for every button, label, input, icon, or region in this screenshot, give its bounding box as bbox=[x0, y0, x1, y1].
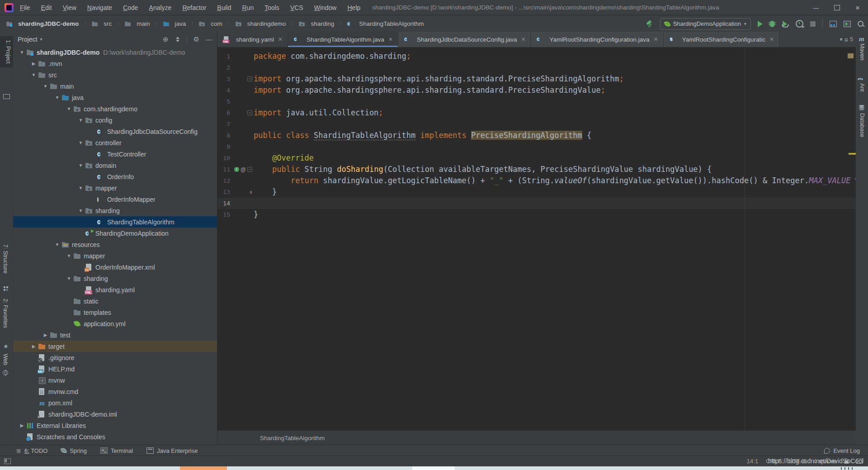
tree-collapse-arrow-icon[interactable]: ▼ bbox=[41, 84, 50, 89]
toolwindow-button-java-enterprise[interactable]: Java Enterprise bbox=[146, 447, 198, 454]
sidebar-item-maven[interactable]: Maven bbox=[859, 43, 865, 61]
sidebar-item-ant[interactable]: Ant bbox=[859, 83, 865, 92]
fold-collapse-icon[interactable]: − bbox=[247, 76, 252, 81]
tree-expand-arrow-icon[interactable]: ▶ bbox=[18, 423, 26, 428]
tree-item-static[interactable]: static bbox=[13, 295, 217, 307]
tree-item-shardingtablealgorithm[interactable]: CShardingTableAlgorithm bbox=[13, 216, 217, 228]
profiler-button[interactable] bbox=[796, 20, 803, 28]
tree-item-resources[interactable]: ▼resources bbox=[13, 239, 217, 250]
tree-item-target[interactable]: ▶target bbox=[13, 341, 217, 352]
tree-collapse-arrow-icon[interactable]: ▼ bbox=[76, 163, 85, 168]
tree-item-help-md[interactable]: MDHELP.md bbox=[13, 363, 217, 375]
tree-collapse-arrow-icon[interactable]: ▼ bbox=[65, 106, 73, 111]
tree-item-test[interactable]: ▶test bbox=[13, 329, 217, 341]
tree-item-orderinfomapper-xml[interactable]: <>OrderInfoMapper.xml bbox=[13, 261, 217, 273]
line-separator[interactable]: CRLF bbox=[766, 458, 781, 465]
tab-close-icon[interactable]: ✕ bbox=[388, 36, 393, 43]
tree-item-orderinfomapper[interactable]: IOrderInfoMapper bbox=[13, 194, 217, 205]
stop-button[interactable] bbox=[810, 21, 816, 27]
code-line-4[interactable]: 4import org.apache.shardingsphere.api.sh… bbox=[217, 85, 856, 96]
tree-item-sharding-yaml[interactable]: YMLsharding.yaml bbox=[13, 284, 217, 295]
locate-file-icon[interactable]: ⊕ bbox=[163, 35, 169, 43]
sidebar-item-database[interactable]: Database bbox=[859, 113, 865, 138]
menu-file[interactable]: File bbox=[20, 4, 30, 11]
tab-yamlrootshardingconfiguration-java[interactable]: CYamlRootShardingConfiguration.java✕ bbox=[531, 32, 663, 47]
tab-close-icon[interactable]: ✕ bbox=[769, 36, 774, 43]
tree-item-mvnw[interactable]: ›mvnw bbox=[13, 375, 217, 386]
event-log-button[interactable]: Event Log bbox=[824, 447, 860, 454]
tree-item-java[interactable]: ▼java bbox=[13, 92, 217, 103]
project-panel-title[interactable]: Project bbox=[18, 36, 38, 43]
code-line-7[interactable]: 7 bbox=[217, 119, 856, 130]
minimize-button[interactable]: — bbox=[806, 0, 826, 15]
tree-item-orderinfo[interactable]: COrderInfo bbox=[13, 171, 217, 182]
tree-expand-arrow-icon[interactable]: ▶ bbox=[29, 344, 38, 349]
run-configuration-select[interactable]: ShardingDemoApplication ▾ bbox=[660, 18, 751, 30]
code-line-13[interactable]: 13∧ } bbox=[217, 186, 856, 198]
readonly-lock-icon[interactable] bbox=[844, 461, 849, 464]
menu-help[interactable]: Help bbox=[347, 4, 360, 11]
tree-item-shardingjdbcdatasourceconfig[interactable]: CShardingJdbcDataSourceConfig bbox=[13, 126, 217, 137]
run-button[interactable] bbox=[758, 21, 763, 27]
tree-item-sharding[interactable]: ▼sharding bbox=[13, 205, 217, 216]
tree-collapse-arrow-icon[interactable]: ▼ bbox=[76, 118, 85, 123]
tree-item-external-libraries[interactable]: ▶External Libraries bbox=[13, 420, 217, 431]
tree-collapse-arrow-icon[interactable]: ▼ bbox=[53, 95, 61, 100]
fold-end-icon[interactable]: ∧ bbox=[250, 186, 252, 198]
tree-item-domain[interactable]: ▼domain bbox=[13, 160, 217, 171]
tree-item-testcontroller[interactable]: CTestController bbox=[13, 148, 217, 160]
editor-breadcrumb-item[interactable]: ShardingTableAlgorithm bbox=[260, 435, 325, 442]
code-line-5[interactable]: 5 bbox=[217, 96, 856, 107]
file-encoding[interactable]: UTF-8 bbox=[789, 458, 806, 465]
tree-collapse-arrow-icon[interactable]: ▼ bbox=[76, 208, 85, 213]
tab-sharding-yaml[interactable]: YMLsharding.yaml✕ bbox=[217, 32, 288, 47]
tree-item-shardingjdbc-demo[interactable]: ▼shardingJDBC-demoD:\work\shardingJDBC-d… bbox=[13, 47, 217, 58]
menu-view[interactable]: View bbox=[63, 4, 76, 11]
tool-windows-icon[interactable] bbox=[830, 21, 837, 27]
tree-collapse-arrow-icon[interactable]: ▼ bbox=[76, 140, 85, 145]
collapse-all-icon[interactable] bbox=[175, 37, 180, 42]
menu-build[interactable]: Build bbox=[217, 4, 231, 11]
code-line-11[interactable]: 11↑@− public String doSharding(Collectio… bbox=[217, 164, 856, 175]
toolwindow-button-terminal[interactable]: >_Terminal bbox=[100, 447, 133, 454]
sidebar-item-project[interactable]: 1: Project bbox=[0, 36, 13, 67]
code-line-14[interactable]: 14 bbox=[217, 198, 856, 209]
menu-window[interactable]: Window bbox=[314, 4, 337, 11]
menu-navigate[interactable]: Navigate bbox=[87, 4, 112, 11]
menu-analyze[interactable]: Analyze bbox=[149, 4, 172, 11]
menu-code[interactable]: Code bbox=[123, 4, 138, 11]
menu-edit[interactable]: Edit bbox=[41, 4, 52, 11]
sidebar-item-favorites[interactable]: 2: Favorites bbox=[2, 299, 9, 328]
tab-close-icon[interactable]: ✕ bbox=[278, 36, 283, 43]
breadcrumb-item-src[interactable]: src〉 bbox=[91, 20, 122, 28]
tab-close-icon[interactable]: ✕ bbox=[654, 36, 658, 43]
tree-item-config[interactable]: ▼config bbox=[13, 114, 217, 126]
tree-item-gitignore[interactable]: .gitignore bbox=[13, 352, 217, 363]
tree-item-shardingdemoapplication[interactable]: CShardingDemoApplication bbox=[13, 228, 217, 239]
maximize-button[interactable] bbox=[826, 0, 847, 15]
tree-item-com-shardingdemo[interactable]: ▼com.shardingdemo bbox=[13, 103, 217, 114]
code-line-6[interactable]: 6−import java.util.Collection; bbox=[217, 107, 856, 119]
tree-item-mvnw-cmd[interactable]: mvnw.cmd bbox=[13, 386, 217, 397]
tree-item-main[interactable]: ▼main bbox=[13, 81, 217, 92]
search-everywhere-icon[interactable] bbox=[858, 21, 863, 27]
indent-setting[interactable]: 4 spaces bbox=[813, 458, 837, 465]
tree-item-src[interactable]: ▼src bbox=[13, 69, 217, 81]
code-line-9[interactable]: 9 bbox=[217, 141, 856, 152]
settings-gear-icon[interactable]: ⚙ bbox=[193, 35, 199, 43]
tree-item-mvn[interactable]: ▶.mvn bbox=[13, 58, 217, 69]
debug-button[interactable] bbox=[769, 21, 775, 27]
coverage-button[interactable] bbox=[782, 20, 789, 28]
caret-position[interactable]: 14:1 bbox=[747, 458, 758, 465]
tree-item-pom-xml[interactable]: mpom.xml bbox=[13, 397, 217, 408]
close-button[interactable]: ✕ bbox=[847, 0, 868, 15]
tree-item-mapper[interactable]: ▼mapper bbox=[13, 182, 217, 194]
breadcrumb-item-com[interactable]: com〉 bbox=[198, 20, 233, 28]
tab-close-icon[interactable]: ✕ bbox=[521, 36, 525, 43]
tree-item-templates[interactable]: templates bbox=[13, 307, 217, 318]
fold-collapse-icon[interactable]: − bbox=[247, 110, 252, 115]
tree-collapse-arrow-icon[interactable]: ▼ bbox=[18, 50, 26, 55]
tree-expand-arrow-icon[interactable]: ▶ bbox=[29, 61, 38, 66]
tool-window-switcher-icon[interactable] bbox=[4, 458, 11, 464]
breadcrumb-item-shardingtablealgorithm[interactable]: CShardingTableAlgorithm bbox=[346, 20, 424, 28]
